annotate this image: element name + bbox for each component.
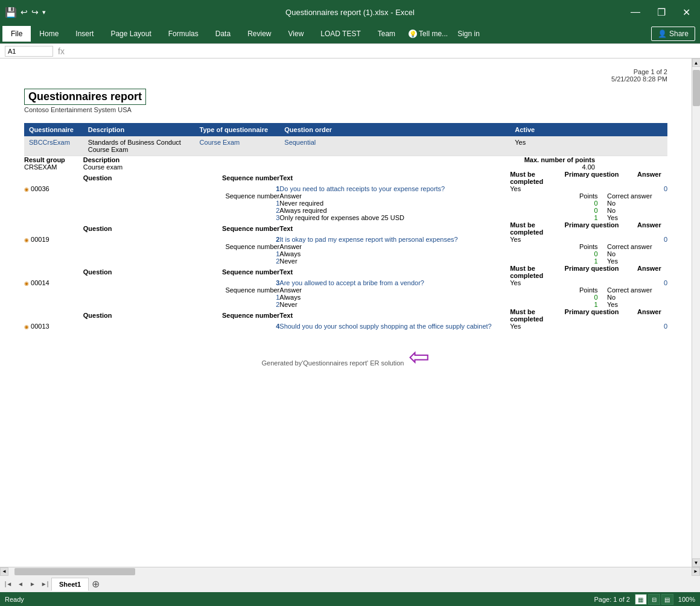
answer-header-row-00014: Sequence number Answer Points Correct an… bbox=[24, 286, 667, 294]
horizontal-scrollbar[interactable]: ◄ ► bbox=[0, 567, 700, 575]
customize-icon[interactable]: ▾ bbox=[42, 8, 46, 16]
q-text-label-1: Text bbox=[279, 171, 510, 185]
result-group-desc-label: Description bbox=[83, 156, 195, 164]
q-text-00019: It is okay to pad my expense report with… bbox=[279, 236, 510, 243]
a-points-header-00036: Points bbox=[568, 192, 598, 200]
q-answer-label-1: Answer bbox=[637, 171, 667, 185]
sheet-nav-first[interactable]: |◄ bbox=[2, 578, 14, 590]
hscroll-left-arrow[interactable]: ◄ bbox=[0, 567, 8, 576]
hscroll-thumb[interactable] bbox=[14, 568, 135, 575]
q-question-label-1: Question bbox=[83, 171, 195, 185]
ribbon: File Home Insert Page Layout Formulas Da… bbox=[0, 24, 700, 44]
quest-active: Yes bbox=[510, 136, 667, 156]
page-number: Page 1 of 2 bbox=[24, 68, 667, 75]
scroll-track[interactable] bbox=[692, 67, 701, 558]
page-break-view-button[interactable]: ▤ bbox=[661, 594, 673, 605]
tab-insert[interactable]: Insert bbox=[67, 26, 102, 42]
page-status: Page: 1 of 2 bbox=[594, 596, 630, 603]
tellme-icon: 💡 bbox=[409, 30, 417, 38]
q-seq-label-1: Sequence number bbox=[195, 171, 280, 185]
tab-home[interactable]: Home bbox=[31, 26, 67, 42]
tab-file[interactable]: File bbox=[2, 26, 31, 42]
q-num-00036: 1 bbox=[195, 185, 280, 192]
q-answer-00036: 0 bbox=[637, 185, 667, 192]
restore-button[interactable]: ❐ bbox=[652, 4, 670, 21]
scroll-down-arrow[interactable]: ▼ bbox=[692, 558, 701, 567]
share-icon: 👤 bbox=[658, 30, 667, 38]
page-layout-view-button[interactable]: ⊟ bbox=[648, 594, 660, 605]
answer-header-row-00036: Sequence number Answer Points Correct an… bbox=[24, 192, 667, 200]
result-group-desc: Course exam bbox=[83, 163, 195, 171]
question-row-00014: ◉ 00014 3 Are you allowed to accept a br… bbox=[24, 279, 667, 286]
tab-team[interactable]: Team bbox=[369, 26, 404, 42]
share-button[interactable]: 👤 Share bbox=[651, 27, 695, 41]
col-header-type: Type of questionnaire bbox=[195, 123, 280, 136]
timestamp: 5/21/2020 8:28 PM bbox=[24, 75, 667, 83]
add-sheet-button[interactable]: ⊕ bbox=[89, 578, 101, 590]
col-header-active: Active bbox=[510, 123, 667, 136]
result-group-row: Result group Description Max. number of … bbox=[24, 156, 667, 164]
share-label: Share bbox=[669, 30, 689, 38]
redo-icon[interactable]: ↪ bbox=[31, 7, 39, 17]
formula-bar: fx bbox=[0, 44, 700, 58]
hscroll-track[interactable] bbox=[8, 567, 692, 576]
sheet-container: Page 1 of 2 5/21/2020 8:28 PM Questionna… bbox=[0, 58, 700, 567]
tab-data[interactable]: Data bbox=[207, 26, 239, 42]
result-group-max-val: 4.00 bbox=[195, 163, 667, 171]
undo-icon[interactable]: ↩ bbox=[21, 7, 28, 17]
a-answer-header-00036: Answer bbox=[279, 192, 510, 200]
footer-text: Generated by'Questionnaires report' ER s… bbox=[262, 359, 404, 367]
window-title: Questionnaires report (1).xlsx - Excel bbox=[285, 8, 415, 17]
scroll-thumb[interactable] bbox=[693, 70, 700, 106]
tab-review[interactable]: Review bbox=[239, 26, 279, 42]
answer-row-00019-1: 1 Always 0 No bbox=[24, 250, 667, 257]
sheet-nav-last[interactable]: ►| bbox=[39, 578, 51, 590]
col-header-order: Question order bbox=[279, 123, 510, 136]
close-button[interactable]: ✕ bbox=[678, 4, 695, 21]
a-text-00036-1: Never required bbox=[279, 200, 510, 207]
a-correct-00036-1: No bbox=[607, 200, 667, 207]
purple-arrow-icon: ⇦ bbox=[409, 342, 430, 371]
answer-row-00036-3: 3 Only required for expenses above 25 US… bbox=[24, 214, 667, 221]
minimize-button[interactable]: — bbox=[626, 4, 645, 20]
a-seq-00036-1: 1 bbox=[195, 200, 280, 207]
scroll-up-arrow[interactable]: ▲ bbox=[692, 58, 701, 67]
q-meta-1: Must be completed Primary question Answe… bbox=[510, 171, 667, 185]
name-box[interactable] bbox=[5, 46, 53, 57]
sheet-nav-next[interactable]: ► bbox=[27, 578, 39, 590]
vertical-scrollbar[interactable]: ▲ ▼ bbox=[692, 58, 700, 567]
hscroll-right-arrow[interactable]: ► bbox=[692, 567, 700, 576]
result-group-label: Result group bbox=[24, 156, 83, 164]
q-id-00019: ◉ 00019 bbox=[24, 236, 83, 243]
tab-page-layout[interactable]: Page Layout bbox=[102, 26, 159, 42]
q-empty-00036 bbox=[83, 185, 195, 192]
sheet-nav-prev[interactable]: ◄ bbox=[14, 578, 27, 590]
a-correct-00036-3: Yes bbox=[607, 214, 667, 221]
sign-in-button[interactable]: Sign in bbox=[453, 27, 485, 40]
report-title: Questionnaires report bbox=[24, 89, 146, 105]
report-subtitle: Contoso Entertainment System USA bbox=[24, 106, 667, 113]
answer-header-row-00019: Sequence number Answer Points Correct an… bbox=[24, 243, 667, 250]
page-area[interactable]: Page 1 of 2 5/21/2020 8:28 PM Questionna… bbox=[0, 58, 692, 567]
tab-load-test[interactable]: LOAD TEST bbox=[312, 26, 369, 42]
save-icon[interactable]: 💾 bbox=[5, 7, 17, 18]
q-num-00019: 2 bbox=[195, 236, 280, 243]
questionnaire-row: SBCCrsExam Standards of Business Conduct… bbox=[24, 136, 667, 156]
a-text-00036-3: Only required for expenses above 25 USD bbox=[279, 214, 510, 221]
sheet-tab-sheet1[interactable]: Sheet1 bbox=[51, 578, 89, 591]
main-table: Questionnaire Description Type of questi… bbox=[24, 123, 667, 330]
normal-view-button[interactable]: ▦ bbox=[635, 594, 647, 605]
tab-view[interactable]: View bbox=[280, 26, 313, 42]
answer-row-00014-2: 2 Never 1 Yes bbox=[24, 301, 667, 308]
question-row-00019: ◉ 00019 2 It is okay to pad my expense r… bbox=[24, 236, 667, 243]
q-id-00014: ◉ 00014 bbox=[24, 279, 83, 286]
footer-area: Generated by'Questionnaires report' ER s… bbox=[24, 342, 667, 371]
a-text-00036-2: Always required bbox=[279, 207, 510, 214]
a-seq-00036-2: 2 bbox=[195, 207, 280, 214]
tell-me-button[interactable]: 💡 Tell me... bbox=[404, 27, 453, 40]
quest-id: SBCCrsExam bbox=[24, 136, 83, 156]
quest-order: Sequential bbox=[279, 136, 510, 156]
quest-desc: Standards of Business ConductCourse Exam bbox=[83, 136, 195, 156]
tab-formulas[interactable]: Formulas bbox=[160, 26, 207, 42]
a-correct-00036-2: No bbox=[607, 207, 667, 214]
